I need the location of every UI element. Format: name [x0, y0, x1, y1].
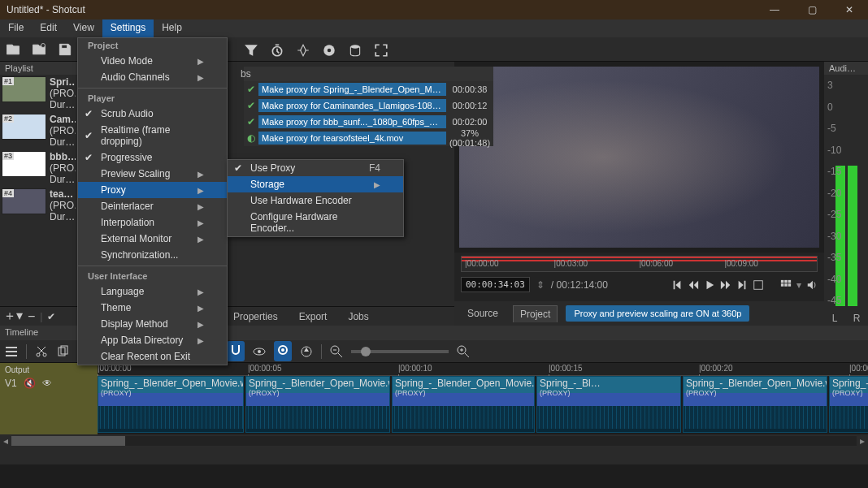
timeline-tracks[interactable]: |00:00:00|00:00:05|00:00:10|00:00:15|00:…: [98, 363, 868, 434]
cut-icon[interactable]: [35, 345, 48, 358]
zoom-slider[interactable]: [351, 350, 449, 353]
tab-properties[interactable]: Properties: [225, 309, 286, 324]
ruler-tick: |00:00:00: [465, 259, 499, 268]
job-name: Make proxy for bbb_sunf..._1080p_60fps_n…: [258, 115, 446, 128]
ripple-toggle[interactable]: [274, 341, 292, 361]
rewind-icon[interactable]: [688, 279, 699, 291]
meter-tick: -45: [827, 295, 841, 306]
open-icon[interactable]: [5, 41, 21, 58]
playlist-item[interactable]: #1 Spri…(PRO…Dur…: [0, 75, 77, 112]
snap-toggle[interactable]: [227, 341, 245, 361]
menu-edit[interactable]: Edit: [32, 19, 65, 37]
menu-item[interactable]: ✔ Progressive: [78, 149, 227, 166]
zoom-out-icon[interactable]: [330, 345, 343, 358]
svg-rect-5: [788, 279, 792, 283]
timeline-clip[interactable]: Spring_-_Bl…(PROXY): [536, 376, 681, 433]
preview-video[interactable]: [459, 67, 819, 248]
job-row[interactable]: ◐ Make proxy for tearsofsteel_4k.mov 37%…: [244, 130, 493, 146]
tab-project[interactable]: Project: [513, 305, 558, 322]
menu-item[interactable]: Preview Scaling ▶: [78, 166, 227, 182]
eye-icon[interactable]: 👁: [42, 378, 52, 389]
menu-item[interactable]: External Monitor ▶: [78, 231, 227, 247]
job-row[interactable]: ✔ Make proxy for Caminandes_Llamigos-108…: [244, 97, 493, 114]
volume-icon[interactable]: [806, 279, 818, 291]
meter-tick: 3: [827, 80, 841, 91]
timeline-clip[interactable]: Spring_-_Blender_Open_Movie.webm(PROXY): [392, 376, 535, 433]
close-button[interactable]: ✕: [831, 0, 868, 19]
menu-item[interactable]: Video Mode ▶: [78, 53, 227, 69]
timeline-clip[interactable]: Spring_-_Blender_Open_Movie.webm(PROXY): [829, 376, 868, 433]
menu-item[interactable]: Deinterlacer ▶: [78, 198, 227, 214]
tab-export[interactable]: Export: [291, 309, 336, 324]
meter-tick: -10: [827, 145, 841, 156]
menu-item[interactable]: Clear Recent on Exit: [78, 348, 227, 365]
track-label: V1: [5, 378, 17, 389]
timecode-stepper[interactable]: ⇕: [536, 279, 545, 291]
export-icon[interactable]: [322, 43, 336, 58]
ruler-tick: |00:06:00: [640, 259, 674, 268]
grid-dropdown[interactable]: ▾: [796, 279, 801, 291]
menu-item[interactable]: Proxy ▶: [78, 182, 227, 198]
skip-start-icon[interactable]: [671, 279, 683, 291]
menu-view[interactable]: View: [65, 19, 102, 37]
keyframe-icon[interactable]: [296, 43, 310, 58]
timeline-clip[interactable]: Spring_-_Blender_Open_Movie.webm(PROXY): [245, 376, 390, 433]
timer-icon[interactable]: [270, 43, 284, 58]
maximize-button[interactable]: ▢: [793, 0, 831, 19]
current-timecode[interactable]: 00:00:34:03: [461, 277, 530, 292]
tl-ruler-tick: |00:00:25: [849, 364, 868, 373]
menu-item[interactable]: Synchronization...: [78, 247, 227, 263]
grid-icon[interactable]: [780, 279, 792, 291]
tab-jobs[interactable]: Jobs: [340, 309, 376, 324]
filter-icon[interactable]: [244, 43, 258, 58]
playlist-add-button[interactable]: ＋▾: [3, 308, 23, 325]
v1-row[interactable]: V1 🔇 👁: [0, 376, 98, 434]
menu-item[interactable]: App Data Directory ▶: [78, 332, 227, 348]
preview-ruler[interactable]: |00:00:00 |00:03:00 |00:06:00 |00:09:00: [461, 256, 818, 272]
meter-tick: -30: [827, 231, 841, 242]
menu-item[interactable]: Language ▶: [78, 283, 227, 300]
tab-source[interactable]: Source: [461, 305, 505, 322]
menu-help[interactable]: Help: [154, 19, 190, 37]
playlist-check-button[interactable]: ✔: [47, 311, 55, 322]
scrub-toggle[interactable]: [253, 345, 266, 358]
menu-item[interactable]: Display Method ▶: [78, 316, 227, 332]
skip-end-icon[interactable]: [736, 279, 748, 291]
timeline-scrollbar[interactable]: ◂ ▸: [0, 434, 868, 447]
menu-item[interactable]: ✔ Use Proxy F4: [228, 160, 403, 176]
mute-icon[interactable]: 🔇: [24, 378, 36, 389]
ripple-all-toggle[interactable]: [300, 345, 313, 358]
minimize-button[interactable]: —: [756, 0, 793, 19]
playlist-panel: Playlist #1 Spri…(PRO…Dur… #2 Cam…(PRO…D…: [0, 62, 77, 326]
zoom-in-icon[interactable]: [457, 345, 470, 358]
jobs-icon[interactable]: [348, 43, 362, 58]
menu-item[interactable]: Use Hardware Encoder: [228, 192, 403, 209]
menu-file[interactable]: File: [0, 19, 32, 37]
playlist-item[interactable]: #2 Cam…(PRO…Dur…: [0, 112, 77, 149]
zoom-fit-icon[interactable]: [753, 279, 764, 291]
meter-tick: -20: [827, 188, 841, 199]
fullscreen-icon[interactable]: [374, 43, 388, 58]
menu-item[interactable]: ✔ Realtime (frame dropping): [78, 122, 227, 149]
play-icon[interactable]: [704, 279, 715, 291]
timeline-clip-row[interactable]: Spring_-_Blender_Open_Movie.webm(PROXY) …: [98, 376, 868, 434]
open-recent-icon[interactable]: [31, 41, 47, 58]
playlist-item[interactable]: #3 bbb…(PRO…Dur…: [0, 149, 77, 187]
playlist-item[interactable]: #4 tea…(PRO…Dur…: [0, 187, 77, 224]
menu-section-header: User Interface: [78, 269, 227, 283]
menu-item[interactable]: Audio Channels ▶: [78, 69, 227, 85]
fastfwd-icon[interactable]: [720, 279, 731, 291]
timeline-clip[interactable]: Spring_-_Blender_Open_Movie.webm(PROXY): [683, 376, 827, 433]
playlist-remove-button[interactable]: −: [28, 309, 35, 324]
timeline-clip[interactable]: Spring_-_Blender_Open_Movie.webm(PROXY): [98, 376, 244, 433]
menu-item[interactable]: Storage ▶: [228, 176, 403, 192]
menu-item[interactable]: Configure Hardware Encoder...: [228, 209, 403, 236]
copy-icon[interactable]: [56, 345, 69, 358]
menu-item[interactable]: ✔ Scrub Audio: [78, 106, 227, 122]
save-icon[interactable]: [57, 41, 73, 58]
tl-menu-icon[interactable]: [5, 345, 18, 358]
menu-settings[interactable]: Settings: [102, 19, 154, 37]
menu-item[interactable]: Theme ▶: [78, 300, 227, 316]
menu-item[interactable]: Interpolation ▶: [78, 214, 227, 231]
job-row[interactable]: ✔ Make proxy for Spring_-_Blender_Open_M…: [244, 81, 493, 97]
